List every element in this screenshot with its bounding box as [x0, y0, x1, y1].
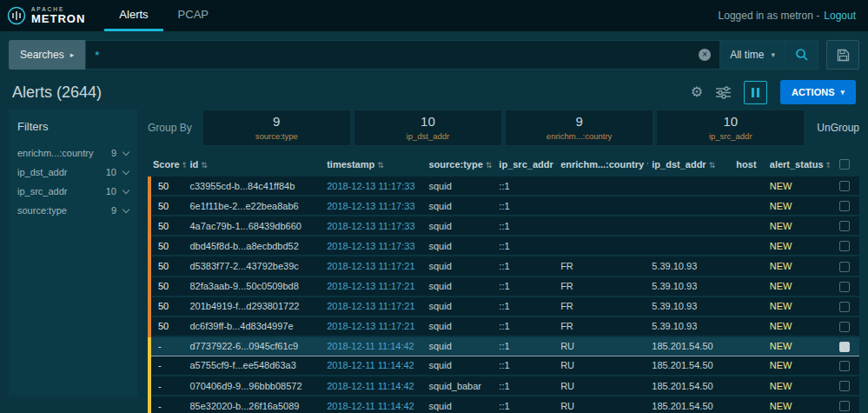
filter-item-country[interactable]: enrichm...:country 9	[17, 143, 129, 163]
select-all-checkbox[interactable]	[839, 159, 850, 170]
table-row[interactable]: 50 201b4919-f...d293801722 2018-12-13 11…	[149, 296, 859, 316]
brand-text: APACHE METRON	[31, 7, 85, 24]
sort-icon: ⇅	[709, 161, 716, 170]
row-checkbox-cell[interactable]	[830, 256, 859, 276]
table-row[interactable]: 50 dbd45f8d-b...a8ecbdbd52 2018-12-13 11…	[149, 236, 859, 256]
alert-id[interactable]: c33955cd-b...84c41ff84b	[186, 177, 323, 196]
row-checkbox[interactable]	[839, 361, 850, 371]
alert-id[interactable]: d7737922-6...0945cf61c9	[186, 336, 323, 356]
group-box-ip-dst-addr[interactable]: 10 ip_dst_addr	[354, 110, 502, 146]
table-row[interactable]: 50 dc6f39ff-b...4d83d4997e 2018-12-13 11…	[149, 316, 859, 336]
alert-status-badge: NEW	[766, 196, 830, 216]
alert-source-type: squid	[425, 177, 495, 196]
searches-button[interactable]: Searches ▸	[9, 40, 85, 70]
group-box-country[interactable]: 9 enrichm...:country	[505, 110, 653, 146]
time-range-dropdown[interactable]: All time ▾	[720, 40, 785, 70]
alert-id[interactable]: a5755cf9-f...ee548d63a3	[186, 356, 323, 376]
row-checkbox-cell[interactable]	[830, 216, 859, 236]
column-settings-button[interactable]	[716, 86, 731, 99]
row-checkbox-cell[interactable]	[830, 356, 859, 376]
alert-timestamp: 2018-12-13 11:17:21	[323, 296, 425, 316]
column-header-timestamp[interactable]: timestamp⇅	[323, 153, 425, 177]
row-checkbox-cell[interactable]	[830, 336, 859, 356]
alert-id[interactable]: 85e32020-b...26f16a5089	[186, 396, 323, 413]
save-search-button[interactable]	[826, 40, 859, 70]
logout-link[interactable]: Logout	[824, 10, 856, 22]
row-checkbox-cell[interactable]	[830, 376, 859, 396]
alert-ip-dst-addr: 5.39.10.93	[648, 316, 732, 336]
clear-search-icon[interactable]: ×	[699, 49, 711, 61]
row-checkbox-cell[interactable]	[830, 236, 859, 256]
row-checkbox-cell[interactable]	[830, 296, 859, 316]
filter-item-source-type[interactable]: source:type 9	[17, 201, 129, 220]
alert-id[interactable]: 82fa3aab-9...50c0509bd8	[186, 276, 323, 296]
row-checkbox-cell[interactable]	[830, 196, 859, 216]
group-field: ip_dst_addr	[407, 131, 450, 141]
sort-icon: ⇅	[556, 161, 557, 170]
group-box-ip-src-addr[interactable]: 10 ip_src_addr	[656, 110, 805, 146]
tab-pcap[interactable]: PCAP	[163, 0, 223, 31]
row-checkbox[interactable]	[839, 181, 850, 191]
table-row[interactable]: 50 d5383f77-2...43792be39c 2018-12-13 11…	[149, 256, 859, 276]
tab-alerts[interactable]: Alerts	[104, 0, 162, 31]
column-header-ip-src-addr[interactable]: ip_src_addr⇅	[495, 153, 557, 177]
search-query-input[interactable]	[95, 49, 699, 62]
table-header-row: Score⇅ id⇅ timestamp⇅ source:type⇅ ip_sr…	[149, 153, 859, 177]
row-checkbox[interactable]	[839, 342, 850, 352]
table-row[interactable]: 50 c33955cd-b...84c41ff84b 2018-12-13 11…	[149, 177, 859, 196]
group-field: ip_src_addr	[709, 131, 752, 141]
column-label: enrichm...:country	[560, 159, 644, 170]
group-box-source-type[interactable]: 9 source:type	[202, 110, 351, 146]
row-checkbox[interactable]	[839, 302, 850, 312]
column-header-id[interactable]: id⇅	[186, 153, 323, 177]
table-row[interactable]: 50 4a7ac79b-1...68439db660 2018-12-13 11…	[149, 216, 859, 236]
filter-item-ip-src-addr[interactable]: ip_src_addr 10	[17, 182, 129, 201]
row-checkbox[interactable]	[839, 262, 850, 272]
ungroup-button[interactable]: UnGroup	[817, 122, 859, 134]
alert-timestamp: 2018-12-13 11:17:21	[323, 256, 425, 276]
actions-button[interactable]: ACTIONS ▾	[780, 80, 856, 104]
alert-ip-src-addr: ::1	[495, 296, 557, 316]
alert-id[interactable]: 4a7ac79b-1...68439db660	[186, 216, 323, 236]
alert-id[interactable]: 201b4919-f...d293801722	[186, 296, 323, 316]
alert-id[interactable]: dc6f39ff-b...4d83d4997e	[186, 316, 323, 336]
row-checkbox[interactable]	[839, 201, 850, 211]
row-checkbox-cell[interactable]	[830, 177, 859, 196]
row-checkbox-cell[interactable]	[830, 276, 859, 296]
gear-icon[interactable]: ⚙	[691, 85, 703, 99]
row-checkbox[interactable]	[839, 401, 850, 411]
alert-host	[732, 256, 765, 276]
table-row[interactable]: 50 82fa3aab-9...50c0509bd8 2018-12-13 11…	[149, 276, 859, 296]
row-checkbox[interactable]	[839, 221, 850, 231]
column-header-source-type[interactable]: source:type⇅	[425, 153, 495, 177]
table-row[interactable]: - a5755cf9-f...ee548d63a3 2018-12-11 11:…	[149, 356, 859, 376]
alert-id[interactable]: dbd45f8d-b...a8ecbdbd52	[186, 236, 323, 256]
column-header-alert-status[interactable]: alert_status⇅	[766, 153, 830, 177]
table-row[interactable]: - 070406d9-9...96bbb08572 2018-12-11 11:…	[149, 376, 859, 396]
alert-id[interactable]: 070406d9-9...96bbb08572	[186, 376, 323, 396]
row-checkbox[interactable]	[839, 241, 850, 251]
alert-enrichment-country: FR	[557, 316, 648, 336]
column-header-ip-dst-addr[interactable]: ip_dst_addr⇅	[648, 153, 732, 177]
row-checkbox-cell[interactable]	[830, 396, 859, 413]
row-checkbox[interactable]	[839, 322, 850, 332]
column-header-score[interactable]: Score⇅	[149, 153, 186, 177]
table-row[interactable]: - d7737922-6...0945cf61c9 2018-12-11 11:…	[149, 336, 859, 356]
alert-timestamp: 2018-12-13 11:17:33	[323, 216, 425, 236]
row-checkbox[interactable]	[839, 282, 850, 292]
table-row[interactable]: - 85e32020-b...26f16a5089 2018-12-11 11:…	[149, 396, 859, 413]
table-row[interactable]: 50 6e1f11be-2...e22bea8ab6 2018-12-13 11…	[149, 196, 859, 216]
row-checkbox[interactable]	[839, 381, 850, 391]
pause-polling-button[interactable]	[744, 81, 767, 104]
alert-ip-dst-addr	[648, 177, 732, 196]
alert-ip-src-addr: ::1	[495, 256, 557, 276]
search-submit-button[interactable]	[785, 40, 818, 70]
filter-item-ip-dst-addr[interactable]: ip_dst_addr 10	[17, 163, 129, 182]
column-header-country[interactable]: enrichm...:country⇅	[557, 153, 648, 177]
row-checkbox-cell[interactable]	[830, 316, 859, 336]
alert-id[interactable]: d5383f77-2...43792be39c	[186, 256, 323, 276]
score-value: -	[158, 341, 162, 351]
column-header-host[interactable]: host	[732, 153, 765, 177]
alert-id[interactable]: 6e1f11be-2...e22bea8ab6	[186, 196, 323, 216]
column-header-select-all[interactable]	[830, 153, 859, 177]
